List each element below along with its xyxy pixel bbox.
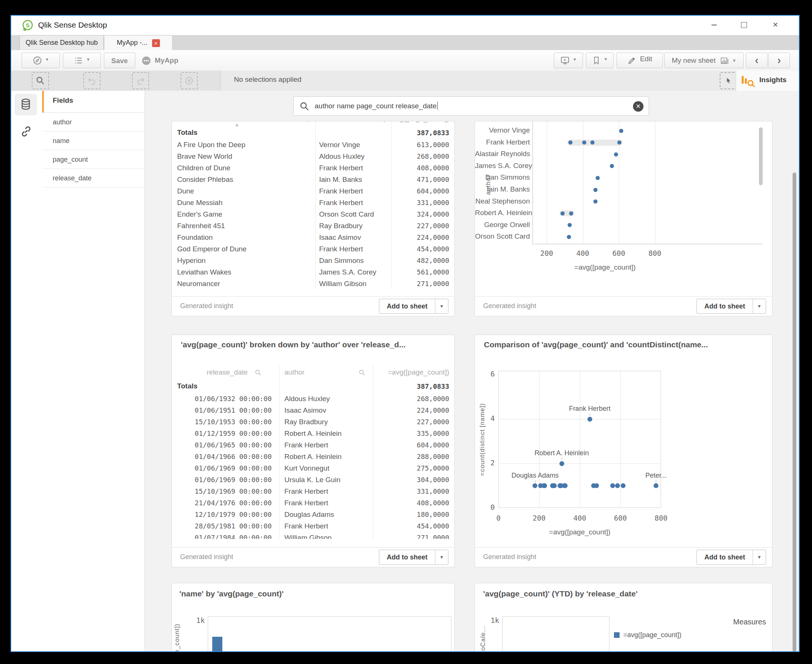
- cell-author[interactable]: Frank Herbert: [284, 441, 328, 449]
- data-point[interactable]: [569, 212, 573, 215]
- table-row[interactable]: 12/10/1979 00:00:00Douglas Adams180,0000: [172, 509, 454, 521]
- cell-name[interactable]: Dune Messiah: [177, 199, 222, 207]
- author-axis-label[interactable]: Neal Stephenson: [475, 197, 530, 205]
- table-row[interactable]: Brave New WorldAldous Huxley268,0000: [172, 151, 454, 163]
- cell-release-date[interactable]: 28/05/1981 00:00:00: [195, 522, 272, 530]
- cell-author[interactable]: Kurt Vonnegut: [284, 464, 329, 472]
- maximize-button[interactable]: [733, 16, 755, 34]
- cell-value[interactable]: 613,0000: [417, 141, 449, 149]
- table-row[interactable]: 01/06/1965 00:00:00Frank Herbert604,0000: [172, 439, 454, 451]
- cell-release-date[interactable]: 21/04/1976 00:00:00: [195, 499, 272, 507]
- cell-release-date[interactable]: 12/10/1979 00:00:00: [195, 511, 272, 518]
- cell-release-date[interactable]: 01/06/1969 00:00:00: [195, 476, 272, 483]
- cell-author[interactable]: William Gibson: [284, 534, 332, 539]
- cell-author[interactable]: Ursula K. Le Guin: [284, 476, 341, 484]
- cell-value[interactable]: 324,0000: [417, 210, 449, 218]
- table-row[interactable]: Fahrenheit 451Ray Bradbury227,0000: [172, 220, 454, 232]
- cell-author[interactable]: Frank Herbert: [284, 499, 328, 507]
- table-row[interactable]: HyperionDan Simmons482,0000: [172, 255, 454, 267]
- storytelling-button[interactable]: ▼: [554, 53, 583, 68]
- table-row[interactable]: 01/07/1984 00:00:00William Gibson271,000…: [172, 532, 454, 539]
- cell-value[interactable]: 304,0000: [417, 476, 449, 483]
- cell-author[interactable]: Ray Bradbury: [284, 418, 328, 426]
- cell-name[interactable]: Hyperion: [177, 257, 205, 265]
- cell-value[interactable]: 604,0000: [417, 441, 449, 449]
- select-insight-button[interactable]: [720, 72, 737, 89]
- column-header[interactable]: author: [284, 368, 305, 376]
- table-row[interactable]: 01/06/1932 00:00:00Aldous Huxley268,0000: [172, 393, 454, 405]
- cell-release-date[interactable]: 01/12/1959 00:00:00: [195, 430, 272, 437]
- add-to-sheet-dropdown[interactable]: ▼: [435, 550, 448, 564]
- data-point[interactable]: [621, 483, 626, 488]
- table-row[interactable]: God Emperor of DuneFrank Herbert454,0000: [172, 244, 454, 256]
- cell-value[interactable]: 454,0000: [417, 245, 449, 253]
- author-axis-label[interactable]: James S.A. Corey: [475, 162, 530, 170]
- cell-value[interactable]: 224,0000: [417, 233, 449, 241]
- data-point[interactable]: [567, 223, 572, 227]
- cell-value[interactable]: 180,0000: [417, 511, 449, 518]
- legend-item[interactable]: =avg([page_count]): [614, 631, 682, 639]
- cell-value[interactable]: 288,0000: [417, 452, 449, 461]
- tab-hub[interactable]: Qlik Sense Desktop hub: [20, 35, 104, 50]
- table-row[interactable]: 01/06/1969 00:00:00Ursula K. Le Guin304,…: [172, 474, 454, 486]
- data-point[interactable]: [568, 140, 572, 145]
- add-to-sheet-button[interactable]: Add to sheet: [379, 550, 435, 564]
- data-point[interactable]: [594, 199, 597, 203]
- bookmarks-button[interactable]: ▼: [586, 53, 613, 68]
- add-to-sheet-dropdown[interactable]: ▼: [753, 299, 766, 313]
- close-window-button[interactable]: ×: [765, 16, 786, 34]
- column-header[interactable]: =avg([page_count]): [388, 121, 449, 123]
- app-options-icon[interactable]: [141, 55, 151, 66]
- table-row[interactable]: DuneFrank Herbert604,0000: [172, 186, 454, 198]
- data-point[interactable]: [610, 164, 614, 168]
- cell-author[interactable]: Frank Herbert: [319, 199, 363, 207]
- data-point[interactable]: [594, 483, 599, 488]
- cell-value[interactable]: 268,0000: [417, 152, 449, 160]
- cell-author[interactable]: William Gibson: [319, 280, 367, 288]
- cell-name[interactable]: Children of Dune: [177, 164, 231, 172]
- data-point[interactable]: [594, 188, 597, 192]
- cell-name[interactable]: God Emperor of Dune: [177, 245, 247, 253]
- data-point[interactable]: [559, 461, 564, 466]
- data-point[interactable]: [552, 483, 557, 488]
- cell-name[interactable]: Brave New World: [177, 152, 232, 161]
- table-row[interactable]: Ender's GameOrson Scott Card324,0000: [172, 209, 454, 221]
- cell-value[interactable]: 268,0000: [417, 395, 449, 403]
- column-header[interactable]: name: [177, 121, 195, 123]
- author-axis-label[interactable]: Dan Simmons: [475, 173, 530, 182]
- cell-release-date[interactable]: 01/04/1966 00:00:00: [195, 452, 272, 461]
- cell-author[interactable]: Robert A. Heinlein: [284, 452, 342, 461]
- add-to-sheet-dropdown[interactable]: ▼: [435, 299, 448, 313]
- table-row[interactable]: 01/06/1969 00:00:00Kurt Vonnegut275,0000: [172, 463, 454, 475]
- cell-author[interactable]: Isaac Asimov: [284, 406, 326, 415]
- author-axis-label[interactable]: George Orwell: [475, 221, 530, 229]
- data-point[interactable]: [567, 235, 571, 239]
- cell-name[interactable]: Neuromancer: [177, 280, 220, 288]
- add-to-sheet-button[interactable]: Add to sheet: [697, 550, 753, 564]
- global-menu-button[interactable]: ▼: [63, 53, 101, 68]
- column-search-icon[interactable]: [380, 121, 386, 123]
- cell-value[interactable]: 335,0000: [417, 430, 449, 437]
- cell-value[interactable]: 561,0000: [417, 268, 449, 276]
- cell-author[interactable]: Frank Herbert: [284, 522, 328, 530]
- column-search-icon[interactable]: [359, 369, 365, 376]
- previous-sheet-button[interactable]: ‹: [746, 53, 768, 68]
- selections-forward-button[interactable]: [132, 72, 149, 89]
- cell-release-date[interactable]: 15/10/1953 00:00:00: [195, 418, 272, 426]
- main-scrollbar[interactable]: [792, 173, 796, 651]
- cell-value[interactable]: 408,0000: [417, 164, 449, 172]
- cell-author[interactable]: Iain M. Banks: [319, 176, 362, 184]
- data-point[interactable]: [542, 483, 547, 488]
- cell-author[interactable]: Aldous Huxley: [284, 395, 329, 403]
- cell-value[interactable]: 227,0000: [417, 222, 449, 229]
- author-axis-label[interactable]: Iain M. Banks: [475, 185, 530, 194]
- table-row[interactable]: 28/05/1981 00:00:00Frank Herbert454,0000: [172, 521, 454, 532]
- data-point[interactable]: [610, 483, 615, 488]
- data-point[interactable]: [614, 152, 618, 156]
- cell-value[interactable]: 454,0000: [417, 522, 449, 530]
- column-search-icon[interactable]: [303, 121, 310, 123]
- bar[interactable]: [212, 637, 222, 651]
- cell-name[interactable]: Ender's Game: [177, 210, 222, 218]
- table-row[interactable]: 21/04/1976 00:00:00Frank Herbert408,0000: [172, 498, 454, 509]
- smart-search-button[interactable]: [32, 72, 49, 89]
